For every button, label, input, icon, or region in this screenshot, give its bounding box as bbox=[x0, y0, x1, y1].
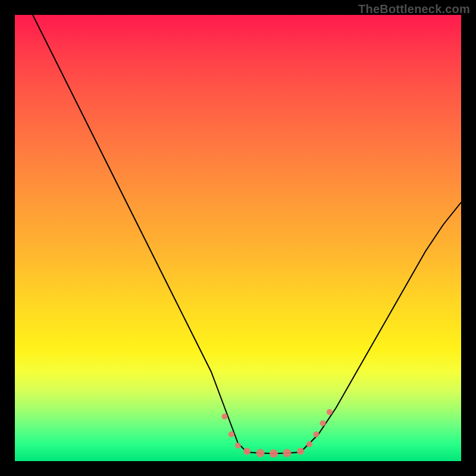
watermark-text: TheBottleneck.com bbox=[358, 2, 470, 16]
marker-dot bbox=[283, 449, 292, 458]
curve-layer bbox=[15, 15, 461, 461]
chart-frame: TheBottleneck.com bbox=[0, 0, 476, 476]
marker-dot bbox=[313, 431, 319, 437]
marker-dot bbox=[222, 414, 228, 419]
marker-dot bbox=[235, 443, 241, 449]
plot-area bbox=[15, 15, 461, 461]
marker-dot bbox=[327, 409, 333, 415]
bottom-marker-group bbox=[222, 409, 333, 458]
marker-dot bbox=[306, 441, 312, 447]
bottleneck-curve-right bbox=[300, 202, 461, 452]
bottleneck-curve-left bbox=[33, 15, 247, 452]
marker-dot bbox=[320, 420, 326, 426]
marker-dot bbox=[228, 431, 234, 437]
marker-dot bbox=[270, 449, 278, 458]
marker-dot bbox=[256, 449, 265, 458]
marker-dot bbox=[243, 448, 250, 455]
marker-dot bbox=[297, 448, 304, 455]
